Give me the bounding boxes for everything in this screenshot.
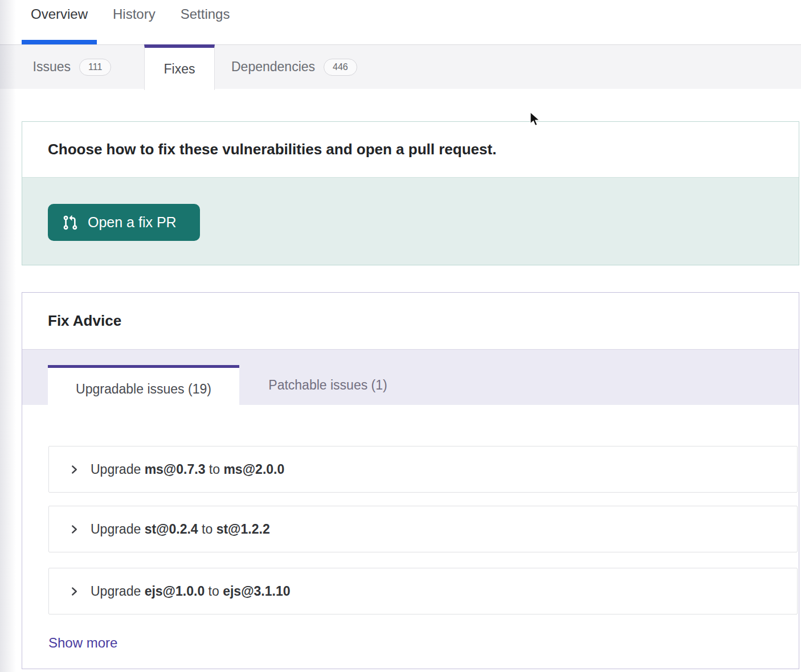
upgrade-row-ms[interactable]: Upgrade ms@0.7.3 to ms@2.0.0	[48, 446, 798, 493]
upgrade-row-text: Upgrade ejs@1.0.0 to ejs@3.1.10	[91, 584, 291, 599]
tab-dependencies[interactable]: Dependencies 446	[215, 45, 801, 89]
issues-count-badge: 111	[79, 59, 111, 76]
tab-settings[interactable]: Settings	[181, 6, 230, 22]
fix-banner-header: Choose how to fix these vulnerabilities …	[22, 122, 799, 177]
upgrade-row-ejs[interactable]: Upgrade ejs@1.0.0 to ejs@3.1.10	[48, 568, 798, 614]
open-fix-pr-button[interactable]: Open a fix PR	[48, 204, 200, 241]
tab-fixes-label: Fixes	[164, 62, 195, 77]
fix-advice-card: Fix Advice Upgradable issues (19) Patcha…	[22, 292, 799, 669]
fixes-page: { "page_tabs": { "items": [ { "label": "…	[0, 0, 801, 672]
open-fix-pr-label: Open a fix PR	[88, 214, 177, 231]
fix-banner-heading: Choose how to fix these vulnerabilities …	[48, 141, 496, 158]
fix-banner-actions: Open a fix PR	[22, 177, 799, 265]
page-tabs: Overview History Settings	[0, 0, 801, 44]
show-more-link[interactable]: Show more	[48, 635, 117, 651]
tab-issues-label: Issues	[33, 59, 71, 75]
project-tabbar: Issues 111 Fixes Dependencies 446	[0, 44, 801, 89]
tab-patchable-issues[interactable]: Patchable issues (1)	[239, 365, 416, 405]
chevron-right-icon	[70, 465, 79, 474]
fix-advice-title: Fix Advice	[48, 312, 121, 330]
tab-issues[interactable]: Issues 111	[0, 45, 144, 89]
panel-left-shadow	[0, 0, 16, 672]
tab-overview[interactable]: Overview	[31, 6, 88, 22]
fix-advice-header: Fix Advice	[22, 293, 799, 349]
tab-fixes[interactable]: Fixes	[144, 44, 215, 90]
fix-advice-tabstrip: Upgradable issues (19) Patchable issues …	[22, 349, 799, 405]
dependencies-count-badge: 446	[324, 59, 357, 76]
git-pull-request-icon	[62, 215, 78, 231]
tab-dependencies-label: Dependencies	[231, 59, 315, 75]
fix-banner-card: Choose how to fix these vulnerabilities …	[22, 121, 799, 265]
upgrade-row-st[interactable]: Upgrade st@0.2.4 to st@1.2.2	[48, 506, 798, 552]
tab-history[interactable]: History	[113, 6, 156, 22]
overview-active-underline	[22, 40, 97, 44]
tab-upgradable-issues[interactable]: Upgradable issues (19)	[48, 365, 239, 411]
upgrade-row-text: Upgrade st@0.2.4 to st@1.2.2	[91, 522, 270, 537]
chevron-right-icon	[70, 587, 79, 596]
upgrade-row-text: Upgrade ms@0.7.3 to ms@2.0.0	[91, 462, 284, 477]
chevron-right-icon	[70, 525, 79, 534]
